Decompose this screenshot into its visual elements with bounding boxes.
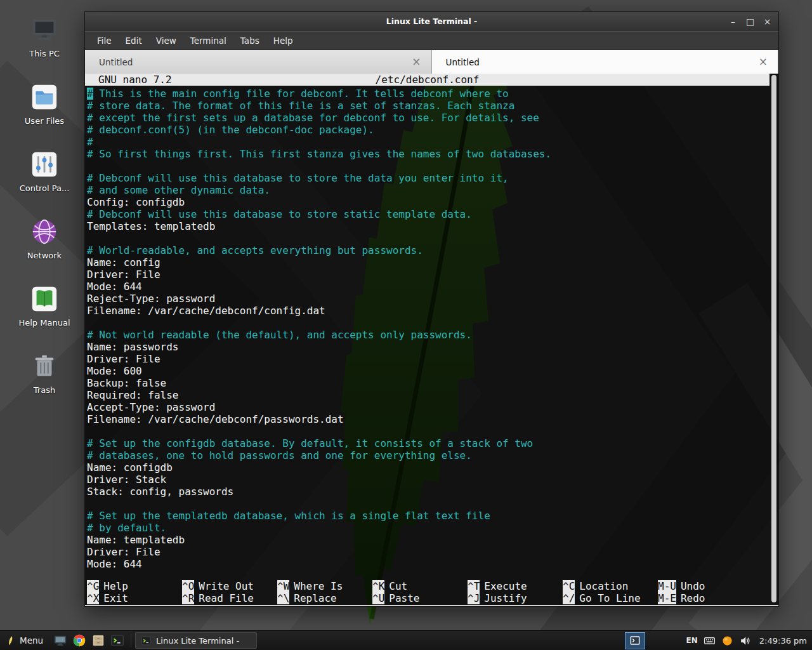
shortcut-label: Exit xyxy=(103,592,128,604)
maximize-button[interactable]: □ xyxy=(742,12,759,31)
computer-icon xyxy=(30,15,59,44)
terminal-line: # World-readable, and accepts everything… xyxy=(87,244,768,256)
scrollbar-thumb[interactable] xyxy=(771,75,776,602)
desktop-icon-trash[interactable]: Trash xyxy=(11,352,77,395)
tab-1[interactable]: Untitled× xyxy=(85,50,432,74)
desktop-icon-control-panel[interactable]: Control Pa... xyxy=(11,150,77,193)
terminal-line: Mode: 600 xyxy=(87,365,768,377)
tab-close-icon[interactable]: × xyxy=(759,56,768,67)
trash-icon xyxy=(30,352,59,381)
tray-terminal-button[interactable] xyxy=(625,632,645,649)
shortcut-key: ^O xyxy=(182,580,194,592)
shortcut-label: Paste xyxy=(389,592,419,604)
menu-item-terminal[interactable]: Terminal xyxy=(183,32,233,49)
close-button[interactable]: × xyxy=(759,12,776,31)
nano-shortcut: ^KCut xyxy=(372,580,468,592)
shortcut-key: ^/ xyxy=(563,592,575,604)
nano-shortcut: ^/Go To Line xyxy=(563,592,658,604)
menu-item-file[interactable]: File xyxy=(90,32,119,49)
shortcut-label: Redo xyxy=(681,592,705,604)
launcher-file-manager[interactable] xyxy=(89,632,107,649)
tray-icon-list xyxy=(704,635,751,647)
nano-titlebar: GNU nano 7.2 /etc/debconf.conf xyxy=(85,74,769,86)
desktop-icon-help-manual[interactable]: Help Manual xyxy=(11,284,77,328)
shortcut-key: ^U xyxy=(372,592,384,604)
nano-shortcut: M-ERedo xyxy=(658,592,753,604)
nano-shortcut: ^JJustify xyxy=(468,592,563,604)
keyboard-layout-indicator[interactable]: EN xyxy=(686,636,698,645)
terminal-line: Reject-Type: password xyxy=(87,293,768,305)
nano-filename: /etc/debconf.conf xyxy=(85,74,769,86)
shortcut-label: Where Is xyxy=(294,580,343,592)
nano-shortcut: ^CLocation xyxy=(563,580,658,592)
terminal-window: Linux Lite Terminal - – □ × FileEditView… xyxy=(84,11,779,607)
shortcut-label: Go To Line xyxy=(579,592,640,604)
taskbar: Menu Linux Lite Terminal - EN 2:49:36 pm xyxy=(0,630,812,650)
chrome-icon xyxy=(72,633,86,647)
terminal-line xyxy=(87,317,768,329)
launcher-display[interactable] xyxy=(51,632,69,649)
clock[interactable]: 2:49:36 pm xyxy=(759,636,807,646)
nano-shortcut-row: ^XExit^RRead File^\Replace^UPaste^JJusti… xyxy=(87,592,768,604)
shortcut-key: ^\ xyxy=(277,592,289,604)
desktop-icon-this-pc[interactable]: This PC xyxy=(11,15,77,58)
terminal-line: Filename: /var/cache/debconf/passwords.d… xyxy=(87,413,768,425)
shortcut-key: ^C xyxy=(563,580,575,592)
desktop-icon-label: User Files xyxy=(25,116,64,126)
menu-button[interactable]: Menu xyxy=(0,631,51,650)
terminal-line xyxy=(87,498,768,510)
terminal-line: # Set up the configdb database. By defau… xyxy=(87,437,768,449)
tray-keyboard-icon[interactable] xyxy=(704,635,716,647)
nano-shortcut: ^OWrite Out xyxy=(182,580,277,592)
terminal-scrollbar[interactable] xyxy=(771,75,777,602)
shortcut-key: ^W xyxy=(277,580,289,592)
menu-item-edit[interactable]: Edit xyxy=(119,32,149,49)
desktop: This PCUser FilesControl Pa...NetworkHel… xyxy=(0,0,812,650)
shortcut-label: Location xyxy=(579,580,628,592)
shortcut-label: Replace xyxy=(294,592,336,604)
shortcut-key: ^G xyxy=(87,580,99,592)
notifier-icon xyxy=(721,635,733,647)
terminal-line: # except the first sets up a database fo… xyxy=(87,112,768,124)
display-icon xyxy=(53,633,67,647)
desktop-icon-label: Help Manual xyxy=(18,318,70,328)
terminal-screen[interactable]: GNU nano 7.2 /etc/debconf.conf # This is… xyxy=(85,74,778,606)
minimize-button[interactable]: – xyxy=(724,12,742,31)
terminal-line: # Not world readable (the default), and … xyxy=(87,329,768,341)
taskbar-window-button[interactable]: Linux Lite Terminal - xyxy=(135,632,257,649)
sliders-icon xyxy=(30,150,59,179)
terminal-line: Stack: config, passwords xyxy=(87,486,768,498)
nano-shortcut: M-UUndo xyxy=(658,580,753,592)
nano-shortcut-bar: ^GHelp^OWrite Out^WWhere Is^KCut^TExecut… xyxy=(87,580,768,604)
nano-shortcut: ^XExit xyxy=(87,592,182,604)
tray-updates-icon[interactable] xyxy=(721,635,733,647)
file-manager-icon xyxy=(91,633,105,647)
terminal-line: # Debconf will use this database to stor… xyxy=(87,172,768,184)
nano-shortcut: ^WWhere Is xyxy=(277,580,372,592)
terminal-line: # This is the main config file for debco… xyxy=(87,88,768,100)
menu-item-view[interactable]: View xyxy=(149,32,183,49)
launcher-terminal[interactable] xyxy=(108,632,126,649)
terminal-line: Name: templatedb xyxy=(87,534,768,546)
menu-item-tabs[interactable]: Tabs xyxy=(233,32,266,49)
terminal-tray-icon xyxy=(629,634,641,647)
shortcut-key: M-E xyxy=(658,592,676,604)
terminal-line: # store data. The format of this file is… xyxy=(87,100,768,112)
terminal-line: Mode: 644 xyxy=(87,281,768,293)
terminal-line: Driver: File xyxy=(87,546,768,558)
launcher-chrome[interactable] xyxy=(70,632,88,649)
nano-shortcut-row: ^GHelp^OWrite Out^WWhere Is^KCut^TExecut… xyxy=(87,580,768,592)
tab-2[interactable]: Untitled× xyxy=(432,50,779,74)
terminal-line: Templates: templatedb xyxy=(87,220,768,232)
shortcut-label: Write Out xyxy=(199,580,254,592)
tab-close-icon[interactable]: × xyxy=(412,56,421,67)
tray-volume-icon[interactable] xyxy=(739,635,751,647)
window-titlebar[interactable]: Linux Lite Terminal - – □ × xyxy=(85,12,778,31)
menu-item-help[interactable]: Help xyxy=(266,32,300,49)
desktop-icon-network[interactable]: Network xyxy=(11,217,77,260)
shortcut-key: M-U xyxy=(658,580,676,592)
keyboard-icon xyxy=(704,635,716,647)
desktop-icon-user-files[interactable]: User Files xyxy=(11,83,77,126)
terminal-line: # Set up the templatedb database, which … xyxy=(87,510,768,522)
terminal-line: Name: passwords xyxy=(87,341,768,353)
